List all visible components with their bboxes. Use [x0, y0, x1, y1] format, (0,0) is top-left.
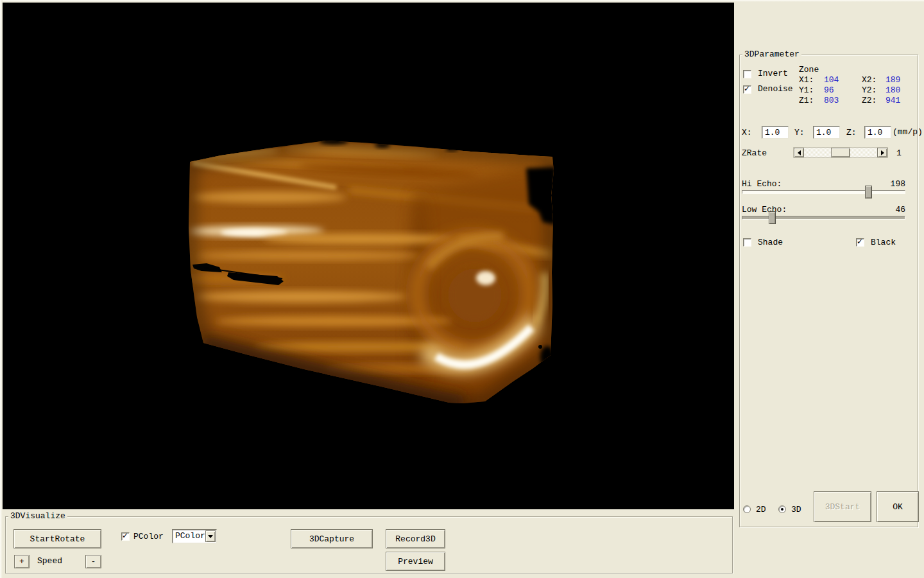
check-icon: ✓ [122, 532, 128, 540]
zone-z1-value: 803 [824, 96, 839, 105]
zone-title: Zone [799, 65, 819, 74]
zone-y2-value: 180 [886, 85, 900, 95]
zone-x1-value: 104 [824, 75, 839, 85]
denoise-checkbox[interactable]: ✓ [743, 85, 751, 94]
visualize-panel-title: 3DVisualize [8, 511, 67, 521]
low-echo-label: Low Echo: [742, 205, 787, 215]
x-scale-label: X: [742, 128, 752, 137]
zrate-scrollbar[interactable] [793, 147, 888, 158]
zrate-label: ZRate [742, 148, 767, 158]
start-rotate-button[interactable]: StartRotate [13, 529, 101, 548]
z-scale-label: Z: [846, 128, 857, 137]
low-echo-slider-thumb[interactable] [769, 211, 776, 224]
check-icon: ✓ [857, 238, 863, 246]
pcolor-select-dropdown-button[interactable] [205, 530, 216, 542]
zone-x1-label: X1: [799, 75, 814, 85]
dropdown-arrow-icon [208, 535, 213, 538]
shade-checkbox[interactable]: ✓ [743, 238, 751, 247]
invert-label: Invert [758, 69, 788, 78]
capture-3d-button[interactable]: 3DCapture [291, 529, 373, 548]
mode-3d-radio[interactable] [778, 505, 786, 513]
zone-z2-value: 941 [886, 96, 900, 105]
hi-echo-slider[interactable] [742, 190, 905, 194]
black-checkbox[interactable]: ✓ [856, 238, 864, 247]
pcolor-select[interactable]: PColor [172, 529, 217, 543]
zrate-scroll-right-button[interactable] [877, 148, 887, 157]
zone-y1-value: 96 [824, 85, 834, 95]
zone-y1-label: Y1: [799, 85, 814, 95]
hi-echo-value: 198 [880, 179, 905, 189]
invert-checkbox[interactable]: ✓ [743, 70, 751, 78]
speed-minus-button[interactable]: - [85, 555, 101, 568]
pcolor-checkbox[interactable]: ✓ [121, 532, 130, 541]
visualize-panel: 3DVisualize StartRotate + Speed - ✓ PCol… [5, 516, 733, 574]
parameter-panel-title: 3DParameter [742, 49, 801, 60]
hi-echo-slider-thumb[interactable] [865, 186, 872, 198]
mode-2d-label: 2D [756, 505, 766, 514]
parameter-panel: 3DParameter ✓ Invert ✓ Denoise Zone X1: … [739, 55, 918, 527]
zone-z1-label: Z1: [799, 96, 814, 105]
zone-x2-label: X2: [862, 75, 877, 85]
mode-2d-radio[interactable] [743, 505, 751, 513]
zone-z2-label: Z2: [862, 96, 877, 105]
speed-plus-button[interactable]: + [14, 555, 30, 568]
zone-y2-label: Y2: [862, 85, 877, 95]
scale-unit-label: (mm/p) [893, 127, 923, 137]
volume-render-3d [3, 3, 734, 509]
y-scale-label: Y: [794, 128, 805, 137]
mode-3d-label: 3D [791, 505, 801, 514]
pcolor-label: PColor [133, 532, 164, 541]
low-echo-value: 46 [880, 205, 905, 215]
check-icon: ✓ [744, 85, 750, 93]
ok-button[interactable]: OK [877, 491, 919, 522]
shade-label: Shade [758, 238, 783, 247]
zrate-scrollbar-thumb[interactable] [831, 148, 850, 157]
scroll-left-icon [798, 150, 801, 155]
scroll-right-icon [881, 150, 884, 155]
preview-button[interactable]: Preview [386, 552, 445, 571]
hi-echo-label: Hi Echo: [742, 179, 782, 189]
pcolor-select-value: PColor [175, 531, 205, 541]
y-scale-input[interactable] [813, 126, 840, 139]
z-scale-input[interactable] [864, 126, 891, 139]
render-viewport[interactable] [3, 3, 734, 509]
start-3d-button[interactable]: 3DStart [814, 491, 871, 522]
zrate-value: 1 [896, 148, 902, 158]
record-3d-button[interactable]: Record3D [386, 529, 445, 548]
black-label: Black [871, 238, 896, 247]
zone-x2-value: 189 [886, 75, 900, 85]
window-top-edge [0, 0, 924, 2]
zrate-scroll-left-button[interactable] [794, 148, 804, 157]
speed-label: Speed [37, 556, 62, 566]
x-scale-input[interactable] [762, 126, 789, 139]
low-echo-slider[interactable] [742, 216, 905, 220]
denoise-label: Denoise [758, 84, 793, 94]
